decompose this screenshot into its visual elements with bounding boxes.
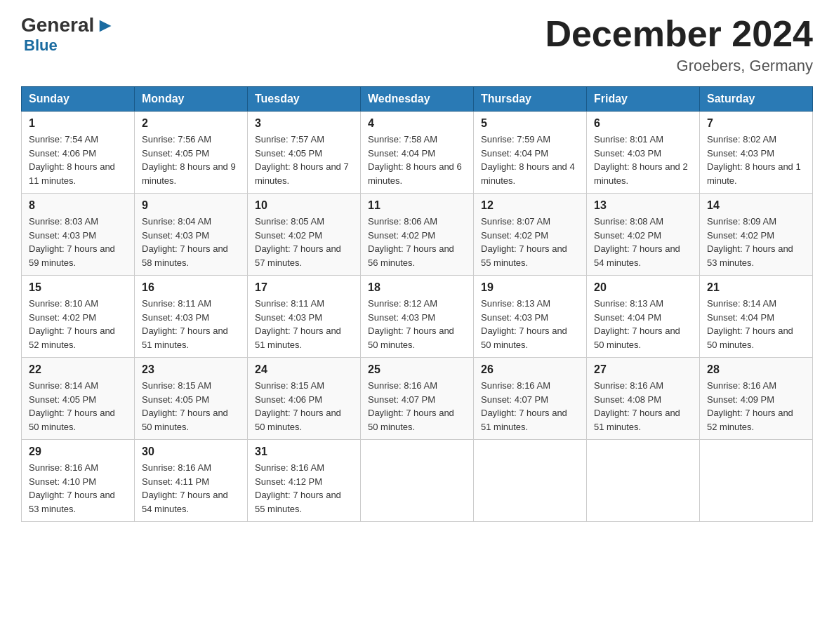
calendar-cell: 2 Sunrise: 7:56 AM Sunset: 4:05 PM Dayli… [135,112,248,194]
header: General ► Blue December 2024 Groebers, G… [21,14,813,75]
day-info: Sunrise: 7:57 AM Sunset: 4:05 PM Dayligh… [255,133,353,187]
day-info: Sunrise: 8:16 AM Sunset: 4:10 PM Dayligh… [29,461,127,516]
day-info: Sunrise: 7:56 AM Sunset: 4:05 PM Dayligh… [142,133,240,187]
day-number: 13 [594,199,692,212]
calendar-table: Sunday Monday Tuesday Wednesday Thursday… [21,86,813,522]
day-info: Sunrise: 8:08 AM Sunset: 4:02 PM Dayligh… [594,215,692,269]
day-number: 15 [29,281,127,294]
day-info: Sunrise: 8:15 AM Sunset: 4:05 PM Dayligh… [142,379,240,434]
day-number: 26 [481,363,579,376]
day-info: Sunrise: 7:54 AM Sunset: 4:06 PM Dayligh… [29,133,127,187]
logo-blue-text: Blue [24,36,115,55]
logo: General ► Blue [21,14,115,55]
day-number: 8 [29,199,127,212]
day-info: Sunrise: 8:14 AM Sunset: 4:04 PM Dayligh… [707,297,805,351]
day-number: 4 [368,117,466,130]
day-number: 19 [481,281,579,294]
calendar-cell [700,440,813,522]
day-info: Sunrise: 8:16 AM Sunset: 4:09 PM Dayligh… [707,379,805,434]
week-row-4: 22 Sunrise: 8:14 AM Sunset: 4:05 PM Dayl… [22,358,813,440]
day-info: Sunrise: 8:12 AM Sunset: 4:03 PM Dayligh… [368,297,466,351]
day-number: 24 [255,363,353,376]
calendar-cell: 21 Sunrise: 8:14 AM Sunset: 4:04 PM Dayl… [700,276,813,358]
calendar-cell: 18 Sunrise: 8:12 AM Sunset: 4:03 PM Dayl… [361,276,474,358]
day-info: Sunrise: 8:13 AM Sunset: 4:04 PM Dayligh… [594,297,692,351]
month-title: December 2024 [545,14,813,54]
day-number: 28 [707,363,805,376]
col-tuesday: Tuesday [248,87,361,112]
calendar-cell: 12 Sunrise: 8:07 AM Sunset: 4:02 PM Dayl… [474,194,587,276]
day-info: Sunrise: 8:13 AM Sunset: 4:03 PM Dayligh… [481,297,579,351]
day-number: 6 [594,117,692,130]
col-monday: Monday [135,87,248,112]
calendar-cell: 1 Sunrise: 7:54 AM Sunset: 4:06 PM Dayli… [22,112,135,194]
day-info: Sunrise: 8:16 AM Sunset: 4:07 PM Dayligh… [368,379,466,434]
calendar-cell: 16 Sunrise: 8:11 AM Sunset: 4:03 PM Dayl… [135,276,248,358]
day-info: Sunrise: 8:15 AM Sunset: 4:06 PM Dayligh… [255,379,353,434]
day-number: 11 [368,199,466,212]
calendar-cell: 30 Sunrise: 8:16 AM Sunset: 4:11 PM Dayl… [135,440,248,522]
day-number: 27 [594,363,692,376]
calendar-cell: 22 Sunrise: 8:14 AM Sunset: 4:05 PM Dayl… [22,358,135,440]
calendar-cell: 24 Sunrise: 8:15 AM Sunset: 4:06 PM Dayl… [248,358,361,440]
day-number: 7 [707,117,805,130]
day-info: Sunrise: 8:16 AM Sunset: 4:11 PM Dayligh… [142,461,240,516]
calendar-cell: 6 Sunrise: 8:01 AM Sunset: 4:03 PM Dayli… [587,112,700,194]
calendar-cell [587,440,700,522]
day-number: 22 [29,363,127,376]
week-row-1: 1 Sunrise: 7:54 AM Sunset: 4:06 PM Dayli… [22,112,813,194]
calendar-cell: 5 Sunrise: 7:59 AM Sunset: 4:04 PM Dayli… [474,112,587,194]
day-info: Sunrise: 8:03 AM Sunset: 4:03 PM Dayligh… [29,215,127,269]
day-number: 31 [255,445,353,458]
day-info: Sunrise: 7:58 AM Sunset: 4:04 PM Dayligh… [368,133,466,187]
header-row: Sunday Monday Tuesday Wednesday Thursday… [22,87,813,112]
col-sunday: Sunday [22,87,135,112]
col-friday: Friday [587,87,700,112]
day-info: Sunrise: 8:02 AM Sunset: 4:03 PM Dayligh… [707,133,805,187]
calendar-cell: 31 Sunrise: 8:16 AM Sunset: 4:12 PM Dayl… [248,440,361,522]
calendar-cell: 3 Sunrise: 7:57 AM Sunset: 4:05 PM Dayli… [248,112,361,194]
col-thursday: Thursday [474,87,587,112]
day-info: Sunrise: 8:09 AM Sunset: 4:02 PM Dayligh… [707,215,805,269]
calendar-cell: 26 Sunrise: 8:16 AM Sunset: 4:07 PM Dayl… [474,358,587,440]
calendar-cell: 13 Sunrise: 8:08 AM Sunset: 4:02 PM Dayl… [587,194,700,276]
day-number: 1 [29,117,127,130]
title-area: December 2024 Groebers, Germany [545,14,813,75]
day-info: Sunrise: 8:04 AM Sunset: 4:03 PM Dayligh… [142,215,240,269]
calendar-cell [361,440,474,522]
calendar-cell: 28 Sunrise: 8:16 AM Sunset: 4:09 PM Dayl… [700,358,813,440]
col-wednesday: Wednesday [361,87,474,112]
day-number: 18 [368,281,466,294]
calendar-cell: 15 Sunrise: 8:10 AM Sunset: 4:02 PM Dayl… [22,276,135,358]
day-number: 21 [707,281,805,294]
calendar-cell: 7 Sunrise: 8:02 AM Sunset: 4:03 PM Dayli… [700,112,813,194]
page: General ► Blue December 2024 Groebers, G… [0,0,834,536]
day-info: Sunrise: 8:16 AM Sunset: 4:07 PM Dayligh… [481,379,579,434]
day-number: 29 [29,445,127,458]
day-info: Sunrise: 8:11 AM Sunset: 4:03 PM Dayligh… [142,297,240,351]
calendar-cell: 17 Sunrise: 8:11 AM Sunset: 4:03 PM Dayl… [248,276,361,358]
day-number: 17 [255,281,353,294]
day-info: Sunrise: 8:01 AM Sunset: 4:03 PM Dayligh… [594,133,692,187]
calendar-cell: 23 Sunrise: 8:15 AM Sunset: 4:05 PM Dayl… [135,358,248,440]
calendar-cell: 29 Sunrise: 8:16 AM Sunset: 4:10 PM Dayl… [22,440,135,522]
day-number: 14 [707,199,805,212]
day-info: Sunrise: 8:16 AM Sunset: 4:08 PM Dayligh… [594,379,692,434]
location: Groebers, Germany [545,57,813,75]
day-info: Sunrise: 8:11 AM Sunset: 4:03 PM Dayligh… [255,297,353,351]
calendar-cell: 25 Sunrise: 8:16 AM Sunset: 4:07 PM Dayl… [361,358,474,440]
calendar-cell: 10 Sunrise: 8:05 AM Sunset: 4:02 PM Dayl… [248,194,361,276]
day-number: 25 [368,363,466,376]
calendar-cell: 27 Sunrise: 8:16 AM Sunset: 4:08 PM Dayl… [587,358,700,440]
week-row-5: 29 Sunrise: 8:16 AM Sunset: 4:10 PM Dayl… [22,440,813,522]
week-row-3: 15 Sunrise: 8:10 AM Sunset: 4:02 PM Dayl… [22,276,813,358]
day-info: Sunrise: 8:05 AM Sunset: 4:02 PM Dayligh… [255,215,353,269]
day-info: Sunrise: 8:10 AM Sunset: 4:02 PM Dayligh… [29,297,127,351]
day-number: 30 [142,445,240,458]
week-row-2: 8 Sunrise: 8:03 AM Sunset: 4:03 PM Dayli… [22,194,813,276]
day-number: 9 [142,199,240,212]
day-number: 23 [142,363,240,376]
calendar-cell: 14 Sunrise: 8:09 AM Sunset: 4:02 PM Dayl… [700,194,813,276]
day-number: 12 [481,199,579,212]
day-number: 20 [594,281,692,294]
